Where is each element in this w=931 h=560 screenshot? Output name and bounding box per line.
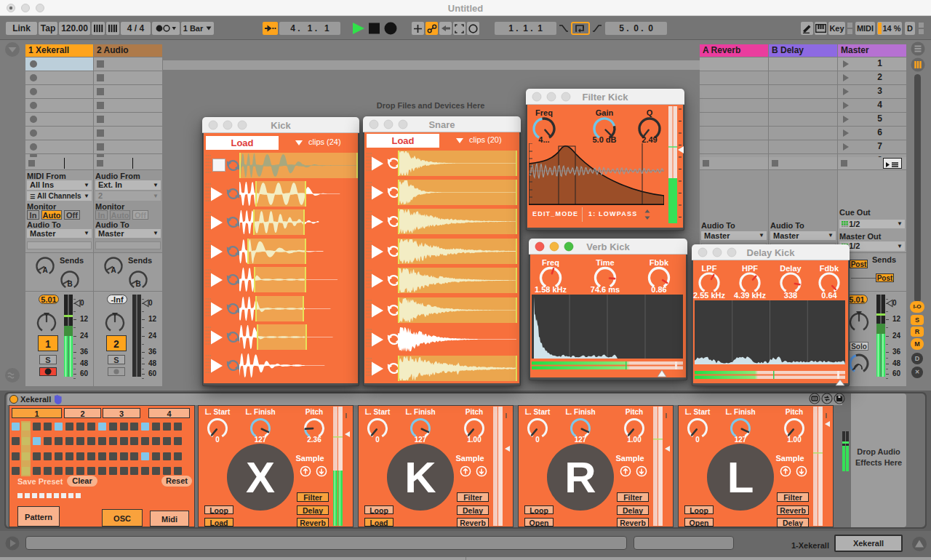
svg-text:A: A [42, 266, 47, 274]
svg-text:B: B [67, 280, 72, 288]
svg-text:B: B [135, 280, 140, 288]
svg-text:A: A [111, 266, 116, 274]
